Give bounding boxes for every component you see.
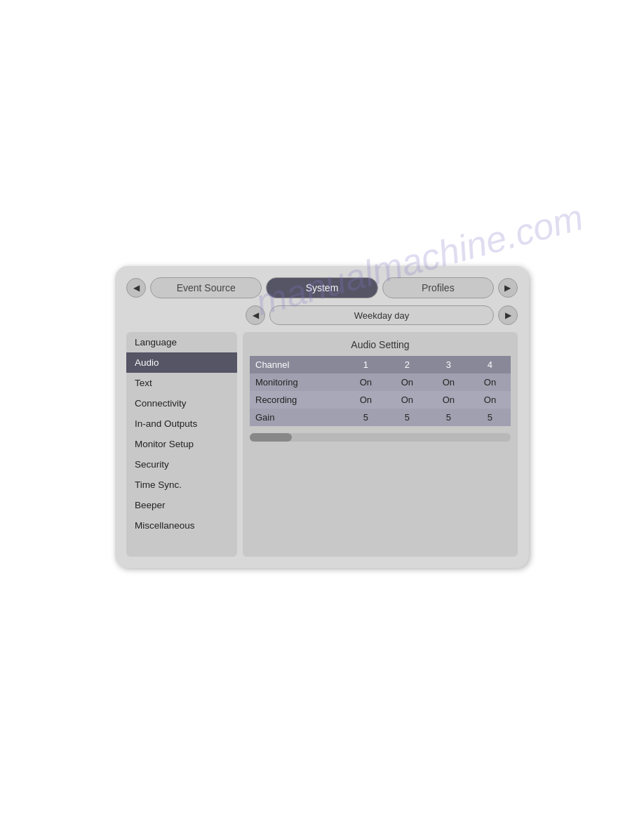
row-recording-ch3: On: [428, 391, 469, 409]
nav-btn-system[interactable]: System: [266, 277, 377, 298]
sidebar-item-miscellaneous[interactable]: Miscellaneous: [126, 515, 237, 536]
nav-btn-profiles[interactable]: Profiles: [382, 277, 494, 298]
sidebar: Language Audio Text Connectivity In-and …: [126, 332, 237, 557]
nav-btn-event-source[interactable]: Event Source: [150, 277, 262, 298]
table-header-row: Channel 1 2 3 4: [250, 356, 511, 373]
outer-wrapper: manualmachine.com ◀ Event Source System …: [0, 0, 644, 834]
row-monitoring-ch3: On: [428, 373, 469, 391]
col-header-1: 1: [345, 356, 387, 373]
main-dialog: ◀ Event Source System Profiles ▶ ◀ Weekd…: [115, 266, 529, 568]
right-panel: Audio Setting Channel 1 2 3 4 Moni: [243, 332, 518, 557]
audio-setting-title: Audio Setting: [250, 339, 511, 350]
row-recording-label: Recording: [250, 391, 345, 409]
sidebar-item-security[interactable]: Security: [126, 454, 237, 475]
table-row: Gain 5 5 5 5: [250, 409, 511, 426]
sidebar-item-text[interactable]: Text: [126, 373, 237, 393]
col-header-4: 4: [469, 356, 511, 373]
sidebar-item-audio[interactable]: Audio: [126, 352, 237, 373]
scrollbar-area[interactable]: [250, 433, 511, 442]
row-monitoring-label: Monitoring: [250, 373, 345, 391]
sidebar-item-time-sync[interactable]: Time Sync.: [126, 475, 237, 495]
sidebar-item-beeper[interactable]: Beeper: [126, 495, 237, 515]
sidebar-item-monitor-setup[interactable]: Monitor Setup: [126, 434, 237, 454]
audio-table: Channel 1 2 3 4 Monitoring On On On: [250, 356, 511, 426]
scrollbar-thumb[interactable]: [250, 433, 292, 442]
row-gain-ch1: 5: [345, 409, 387, 426]
top-nav-right-arrow[interactable]: ▶: [498, 278, 518, 298]
secondary-nav: ◀ Weekday day ▶: [246, 305, 518, 325]
content-area: Language Audio Text Connectivity In-and …: [126, 332, 518, 557]
sidebar-item-language[interactable]: Language: [126, 332, 237, 352]
sidebar-item-connectivity[interactable]: Connectivity: [126, 393, 237, 413]
secondary-nav-right-arrow[interactable]: ▶: [498, 305, 518, 325]
row-gain-ch3: 5: [428, 409, 469, 426]
col-header-3: 3: [428, 356, 469, 373]
row-gain-ch4: 5: [469, 409, 511, 426]
col-header-2: 2: [387, 356, 428, 373]
row-monitoring-ch2: On: [387, 373, 428, 391]
sidebar-item-in-and-outputs[interactable]: In-and Outputs: [126, 413, 237, 434]
top-nav-left-arrow[interactable]: ◀: [126, 278, 146, 298]
table-row: Monitoring On On On On: [250, 373, 511, 391]
row-gain-ch2: 5: [387, 409, 428, 426]
table-row: Recording On On On On: [250, 391, 511, 409]
secondary-nav-left-arrow[interactable]: ◀: [246, 305, 265, 325]
row-gain-label: Gain: [250, 409, 345, 426]
top-nav: ◀ Event Source System Profiles ▶: [126, 277, 518, 298]
row-monitoring-ch4: On: [469, 373, 511, 391]
col-header-channel: Channel: [250, 356, 345, 373]
row-monitoring-ch1: On: [345, 373, 387, 391]
row-recording-ch4: On: [469, 391, 511, 409]
row-recording-ch2: On: [387, 391, 428, 409]
row-recording-ch1: On: [345, 391, 387, 409]
weekday-button[interactable]: Weekday day: [269, 305, 494, 325]
